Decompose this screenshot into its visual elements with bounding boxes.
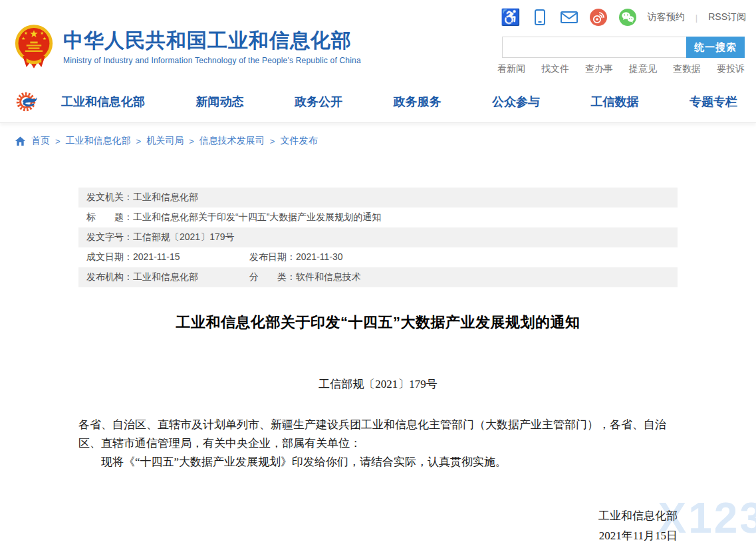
document-paragraph: 现将《“十四五”大数据产业发展规划》印发给你们，请结合实际，认真贯彻实施。 (78, 453, 678, 472)
meta-label: 发文机关： (86, 192, 133, 204)
search-input[interactable] (502, 37, 686, 58)
site-title-block: 中华人民共和国工业和信息化部 Ministry of Industry and … (63, 29, 361, 65)
main-content: 发文机关： 工业和信息化部 标 题： 工业和信息化部关于印发“十四五”大数据产业… (78, 188, 678, 546)
breadcrumb-separator: > (55, 136, 61, 146)
svg-text:★: ★ (43, 36, 47, 41)
miit-gear-logo-icon[interactable] (16, 90, 40, 114)
breadcrumb-document-release[interactable]: 文件发布 (280, 135, 317, 147)
meta-row-issuing-agency: 发文机关： 工业和信息化部 (78, 188, 678, 208)
nav-item-gov-disclosure[interactable]: 政务公开 (295, 94, 342, 110)
home-icon[interactable] (15, 136, 26, 146)
topbar-divider: | (695, 13, 697, 23)
signature-date: 2021年11月15日 (78, 526, 678, 546)
nav-item-miit[interactable]: 工业和信息化部 (61, 94, 145, 110)
breadcrumb-separator: > (136, 136, 142, 146)
document-title: 工业和信息化部关于印发“十四五”大数据产业发展规划的通知 (78, 313, 678, 333)
breadcrumb-home[interactable]: 首页 (31, 135, 50, 147)
wechat-icon[interactable] (618, 8, 637, 27)
meta-label: 发文字号： (86, 231, 133, 243)
quick-link-files[interactable]: 找文件 (541, 63, 569, 75)
quick-links: 看新闻 找文件 查办事 提意见 查数据 要投诉 (497, 63, 745, 75)
document-paragraph: 各省、自治区、直辖市及计划单列市、新疆生产建设兵团工业和信息化主管部门（大数据产… (78, 416, 678, 453)
rss-subscribe-link[interactable]: RSS订阅 (708, 11, 746, 23)
document-number: 工信部规〔2021〕179号 (78, 376, 678, 392)
breadcrumb-miit[interactable]: 工业和信息化部 (66, 135, 131, 147)
meta-label: 标 题： (86, 211, 133, 223)
breadcrumb: 首页 > 工业和信息化部 > 机关司局 > 信息技术发展司 > 文件发布 (0, 123, 756, 148)
meta-row-document-number: 发文字号： 工信部规〔2021〕179号 (78, 227, 678, 247)
quick-link-complaints[interactable]: 要投诉 (717, 63, 745, 75)
svg-text:★: ★ (21, 36, 25, 41)
meta-value: 工业和信息化部 (133, 271, 198, 283)
header: ♿ (0, 0, 756, 81)
meta-row-title: 标 题： 工业和信息化部关于印发“十四五”大数据产业发展规划的通知 (78, 208, 678, 227)
breadcrumb-departments[interactable]: 机关司局 (146, 135, 184, 147)
national-emblem-icon: ★ ★ ★ ★ ★ (14, 23, 54, 70)
meta-value: 工业和信息化部关于印发“十四五”大数据产业发展规划的通知 (133, 211, 381, 223)
meta-label: 发布机构： (86, 271, 133, 283)
meta-label: 分 类： (249, 271, 296, 283)
nav-item-gov-services[interactable]: 政务服务 (394, 94, 441, 110)
meta-label: 成文日期： (86, 251, 133, 263)
mobile-icon[interactable] (531, 8, 549, 27)
meta-value: 2021-11-30 (296, 251, 343, 263)
svg-text:★: ★ (29, 28, 38, 40)
mail-icon[interactable] (560, 8, 578, 27)
weibo-icon[interactable] (589, 8, 608, 27)
page: X123 ♿ (0, 0, 756, 554)
visitor-appointment-link[interactable]: 访客预约 (648, 11, 685, 23)
site-title: 中华人民共和国工业和信息化部 (63, 29, 361, 52)
nav-item-miit-data[interactable]: 工信数据 (591, 94, 639, 110)
unified-search-button[interactable]: 统一搜索 (686, 37, 745, 58)
nav-item-public-participation[interactable]: 公众参与 (492, 94, 540, 110)
breadcrumb-separator: > (270, 136, 275, 146)
quick-link-services[interactable]: 查办事 (585, 63, 613, 75)
document-meta-table: 发文机关： 工业和信息化部 标 题： 工业和信息化部关于印发“十四五”大数据产业… (78, 188, 678, 287)
site-subtitle: Ministry of Industry and Information Tec… (63, 56, 361, 65)
document-body: 各省、自治区、直辖市及计划单列市、新疆生产建设兵团工业和信息化主管部门（大数据产… (78, 416, 678, 472)
search-box: 统一搜索 (502, 37, 745, 58)
meta-row-publisher-category: 发布机构： 工业和信息化部 分 类： 软件和信息技术 (78, 267, 678, 287)
accessibility-icon[interactable]: ♿ (501, 8, 520, 27)
breadcrumb-separator: > (189, 136, 194, 146)
meta-label: 发布日期： (249, 251, 296, 263)
meta-value: 工业和信息化部 (133, 192, 198, 204)
quick-link-news[interactable]: 看新闻 (497, 63, 525, 75)
meta-value: 工信部规〔2021〕179号 (133, 231, 235, 243)
quick-link-suggestions[interactable]: 提意见 (629, 63, 657, 75)
quick-link-data[interactable]: 查数据 (673, 63, 701, 75)
nav-item-news[interactable]: 新闻动态 (196, 94, 244, 110)
topbar: ♿ (501, 8, 746, 27)
breadcrumb-it-development[interactable]: 信息技术发展司 (199, 135, 265, 147)
meta-value: 软件和信息技术 (296, 271, 361, 283)
signature-block: 工业和信息化部 2021年11月15日 (78, 506, 678, 546)
nav-items: 工业和信息化部 新闻动态 政务公开 政务服务 公众参与 工信数据 专题专栏 (61, 94, 737, 110)
main-nav: 工业和信息化部 新闻动态 政务公开 政务服务 公众参与 工信数据 专题专栏 (0, 81, 756, 123)
meta-value: 2021-11-15 (133, 251, 180, 263)
signature-organization: 工业和信息化部 (78, 506, 678, 526)
meta-row-dates: 成文日期： 2021-11-15 发布日期： 2021-11-30 (78, 247, 678, 267)
nav-item-special-columns[interactable]: 专题专栏 (690, 94, 737, 110)
